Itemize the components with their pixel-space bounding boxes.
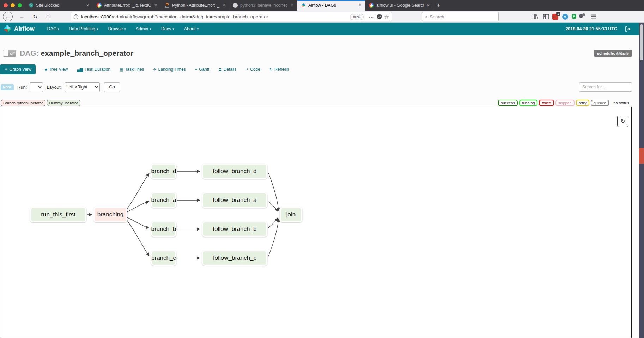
url-text[interactable]: localhost:8080/admin/airflow/graph?execu… bbox=[81, 14, 347, 19]
graph-view-icon: ✳ bbox=[4, 67, 7, 72]
tab-graph-view[interactable]: ✳Graph View bbox=[0, 64, 36, 74]
task-node-run_this_first[interactable]: run_this_first bbox=[30, 207, 86, 222]
close-icon[interactable]: × bbox=[154, 2, 158, 8]
task-node-follow_branch_c[interactable]: follow_branch_c bbox=[202, 250, 267, 266]
dag-graph-canvas[interactable]: run_this_first branching branch_d follow… bbox=[0, 107, 632, 338]
task-node-join[interactable]: join bbox=[280, 207, 302, 222]
tab-gantt[interactable]: ≡Gantt bbox=[195, 67, 209, 72]
dag-pause-toggle[interactable]: Off bbox=[3, 50, 16, 57]
info-icon[interactable]: ⓘ bbox=[74, 14, 79, 20]
tab-title: Site Blocked bbox=[36, 3, 83, 8]
browser-toolbar: ← → ↻ ⌂ ⓘ localhost:8080/admin/airflow/g… bbox=[0, 11, 644, 23]
code-icon: ⚡ bbox=[245, 67, 248, 72]
legend-row: BranchPythonOperator DummyOperator succe… bbox=[1, 99, 632, 106]
dag-title-row: Off DAG: example_branch_operator schedul… bbox=[3, 49, 632, 58]
search-bar: ⌕ bbox=[422, 12, 499, 21]
chevron-down-icon: ▾ bbox=[150, 27, 151, 31]
nav-item-browse[interactable]: Browse▾ bbox=[103, 23, 131, 35]
nav-item-data-profiling[interactable]: Data Profiling▾ bbox=[64, 23, 103, 35]
tab-details[interactable]: ≣Details bbox=[218, 67, 236, 72]
close-icon[interactable]: × bbox=[86, 2, 90, 8]
background-window-sliver bbox=[639, 148, 644, 164]
menu-hamburger-icon[interactable] bbox=[590, 13, 597, 20]
tab-title: Python - AttributeError: '_io.Te bbox=[172, 3, 219, 8]
tab-tree-view[interactable]: ♣Tree View bbox=[45, 67, 68, 72]
status-queued: queued bbox=[591, 100, 609, 106]
nav-item-about[interactable]: About▾ bbox=[179, 23, 203, 35]
github-favicon-icon bbox=[233, 3, 238, 8]
search-icon: ⌕ bbox=[425, 14, 427, 20]
extension-blue-icon[interactable]: v bbox=[561, 13, 569, 20]
extension-circles-icon[interactable] bbox=[579, 13, 585, 19]
home-button[interactable]: ⌂ bbox=[43, 12, 53, 21]
task-node-branch_c[interactable]: branch_c bbox=[151, 250, 176, 266]
library-icon[interactable] bbox=[531, 13, 539, 20]
task-tries-icon: ▤ bbox=[120, 67, 123, 72]
nav-item-docs[interactable]: Docs▾ bbox=[156, 23, 179, 35]
task-node-follow_branch_a[interactable]: follow_branch_a bbox=[202, 192, 267, 208]
nav-item-dags[interactable]: DAGs bbox=[42, 23, 64, 35]
tab-attributeerror-search[interactable]: AttributeError: '_io.TextIOWrapp × bbox=[93, 0, 161, 11]
close-window-button[interactable] bbox=[4, 3, 8, 7]
new-tab-button[interactable]: + bbox=[433, 0, 444, 11]
dag-prefix: DAG: bbox=[20, 49, 39, 57]
window-right-edge bbox=[639, 23, 644, 338]
task-search-input[interactable] bbox=[579, 82, 632, 92]
layout-label: Layout: bbox=[47, 85, 62, 90]
close-icon[interactable]: × bbox=[290, 2, 294, 8]
zoom-level-badge[interactable]: 80% bbox=[350, 14, 364, 20]
task-node-branching[interactable]: branching bbox=[93, 207, 127, 222]
back-button[interactable]: ← bbox=[3, 12, 13, 21]
task-node-branch_a[interactable]: branch_a bbox=[151, 192, 176, 208]
tab-title: python3: behave incorrectly mo bbox=[240, 3, 287, 8]
tab-title: AttributeError: '_io.TextIOWrapp bbox=[104, 3, 151, 8]
sidebar-toggle-icon[interactable] bbox=[542, 13, 550, 20]
tab-google-search[interactable]: airflow ui - Google Search × bbox=[365, 0, 433, 11]
tab-site-blocked[interactable]: Site Blocked × bbox=[25, 0, 93, 11]
task-node-follow_branch_b[interactable]: follow_branch_b bbox=[202, 221, 267, 237]
scrollbar-thumb[interactable] bbox=[640, 24, 643, 60]
nav-item-admin[interactable]: Admin▾ bbox=[131, 23, 156, 35]
tab-task-tries[interactable]: ▤Task Tries bbox=[120, 67, 144, 72]
close-icon[interactable]: × bbox=[426, 2, 430, 8]
close-icon[interactable]: × bbox=[222, 2, 226, 8]
tab-github[interactable]: python3: behave incorrectly mo × bbox=[229, 0, 297, 11]
canvas-refresh-button[interactable]: ↻ bbox=[617, 116, 628, 127]
status-running: running bbox=[519, 100, 538, 106]
extension-red-icon[interactable]: ••• 1 bbox=[551, 13, 559, 20]
chevron-down-icon: ▾ bbox=[197, 27, 199, 31]
tab-task-duration[interactable]: ▄▆Task Duration bbox=[77, 67, 110, 72]
dag-edges bbox=[0, 107, 631, 338]
task-node-branch_d[interactable]: branch_d bbox=[151, 164, 176, 179]
run-select[interactable] bbox=[30, 82, 43, 92]
task-node-follow_branch_d[interactable]: follow_branch_d bbox=[202, 164, 267, 179]
minimize-window-button[interactable] bbox=[11, 3, 15, 7]
refresh-button[interactable]: ↻Refresh bbox=[269, 67, 289, 72]
go-button[interactable]: Go bbox=[104, 82, 120, 92]
logout-icon[interactable] bbox=[625, 26, 631, 32]
pocket-shield-icon[interactable] bbox=[377, 14, 382, 20]
reload-button[interactable]: ↻ bbox=[30, 12, 40, 21]
url-path: /admin/airflow/graph?execution_date=&dag… bbox=[112, 14, 268, 19]
layout-select[interactable]: Left->Right bbox=[65, 82, 100, 92]
close-icon[interactable]: × bbox=[358, 2, 362, 8]
tree-view-icon: ♣ bbox=[45, 67, 47, 72]
bookmark-star-icon[interactable]: ☆ bbox=[384, 14, 389, 20]
page-actions-icon[interactable]: ••• bbox=[369, 15, 374, 19]
operator-legend-item: DummyOperator bbox=[47, 100, 80, 106]
gantt-icon: ≡ bbox=[195, 67, 197, 72]
tab-code[interactable]: ⚡Code bbox=[245, 67, 260, 72]
tab-stackoverflow[interactable]: Python - AttributeError: '_io.Te × bbox=[161, 0, 229, 11]
browser-search-input[interactable] bbox=[430, 14, 496, 19]
tab-airflow-dags[interactable]: Airflow - DAGs × bbox=[297, 0, 365, 11]
extension-shield-icon[interactable] bbox=[570, 13, 578, 20]
zoom-window-button[interactable] bbox=[18, 3, 22, 7]
tab-landing-times[interactable]: ✈Landing Times bbox=[153, 67, 186, 72]
details-icon: ≣ bbox=[218, 67, 221, 72]
task-node-branch_b[interactable]: branch_b bbox=[151, 221, 176, 237]
forward-button[interactable]: → bbox=[17, 12, 27, 21]
url-bar[interactable]: ⓘ localhost:8080/admin/airflow/graph?exe… bbox=[71, 12, 392, 21]
airflow-brand[interactable]: Airflow bbox=[3, 24, 35, 33]
divider bbox=[366, 14, 366, 20]
tab-title: airflow ui - Google Search bbox=[376, 3, 424, 8]
